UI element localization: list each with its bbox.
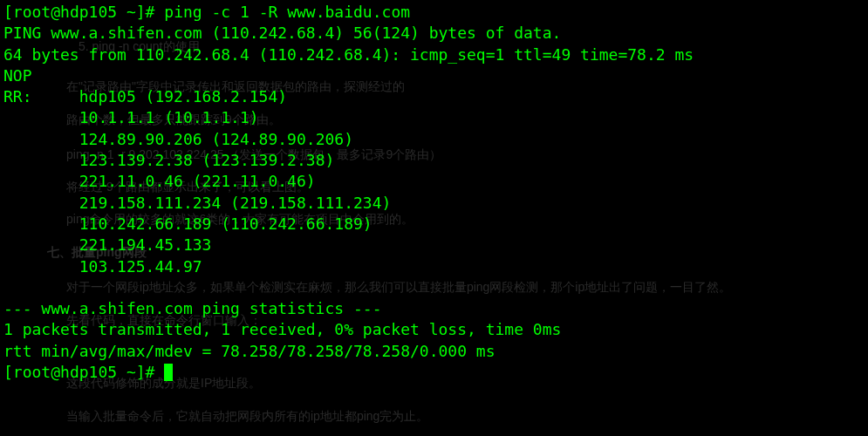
ping-reply: 64 bytes from 110.242.68.4 (110.242.68.4… (3, 44, 865, 65)
route-line: 103.125.44.97 (3, 256, 865, 277)
route-entry: 103.125.44.97 (79, 257, 202, 276)
cursor (164, 364, 173, 381)
terminal-output[interactable]: [root@hdp105 ~]# ping -c 1 -R www.baidu.… (0, 0, 868, 385)
prompt-host: hdp105 (60, 3, 117, 21)
rr-label: RR: (3, 87, 32, 106)
prompt-symbol: # (146, 3, 155, 21)
route-line: 110.242.66.189 (110.242.66.189) (3, 214, 865, 235)
route-entry: 110.242.66.189 (110.242.66.189) (79, 215, 372, 233)
blank-line (3, 277, 865, 298)
route-entry: 221.194.45.133 (79, 235, 212, 254)
prompt-path: ~ (126, 3, 136, 21)
prompt-line: [root@hdp105 ~]# (3, 362, 865, 383)
route-line: 123.139.2.38 (123.139.2.38) (3, 150, 865, 171)
route-entry: 123.139.2.38 (123.139.2.38) (79, 151, 335, 169)
route-entry: hdp105 (192.168.2.154) (79, 87, 287, 106)
route-entry: 219.158.111.234 (219.158.111.234) (79, 194, 392, 212)
route-line: 221.194.45.133 (3, 235, 865, 255)
prompt-host: hdp105 (60, 363, 117, 381)
route-line: 221.11.0.46 (221.11.0.46) (3, 171, 865, 192)
prompt-user: root (13, 363, 51, 381)
ping-header: PING www.a.shifen.com (110.242.68.4) 56(… (3, 23, 865, 44)
route-line: RR: hdp105 (192.168.2.154) (3, 86, 865, 107)
command-text: ping -c 1 -R www.baidu.com (164, 3, 410, 21)
route-entry: 124.89.90.206 (124.89.90.206) (79, 130, 353, 148)
route-entry: 221.11.0.46 (221.11.0.46) (79, 172, 316, 190)
nop-line: NOP (3, 65, 865, 86)
route-line: 10.1.1.1 (10.1.1.1) (3, 107, 865, 128)
prompt-user: root (13, 3, 51, 21)
prompt-path: ~ (126, 363, 136, 381)
route-line: 219.158.111.234 (219.158.111.234) (3, 193, 865, 214)
stats-rtt: rtt min/avg/max/mdev = 78.258/78.258/78.… (3, 341, 865, 362)
route-line: 124.89.90.206 (124.89.90.206) (3, 129, 865, 150)
stats-header: --- www.a.shifen.com ping statistics --- (3, 298, 865, 319)
prompt-symbol: # (146, 363, 155, 381)
ghost-text: 当输入批量命令后，它就自动把网段内所有的ip地址都ping完为止。 (66, 408, 428, 425)
stats-transmitted: 1 packets transmitted, 1 received, 0% pa… (3, 319, 865, 340)
route-entry: 10.1.1.1 (10.1.1.1) (79, 108, 259, 126)
prompt-line: [root@hdp105 ~]# ping -c 1 -R www.baidu.… (3, 2, 865, 23)
